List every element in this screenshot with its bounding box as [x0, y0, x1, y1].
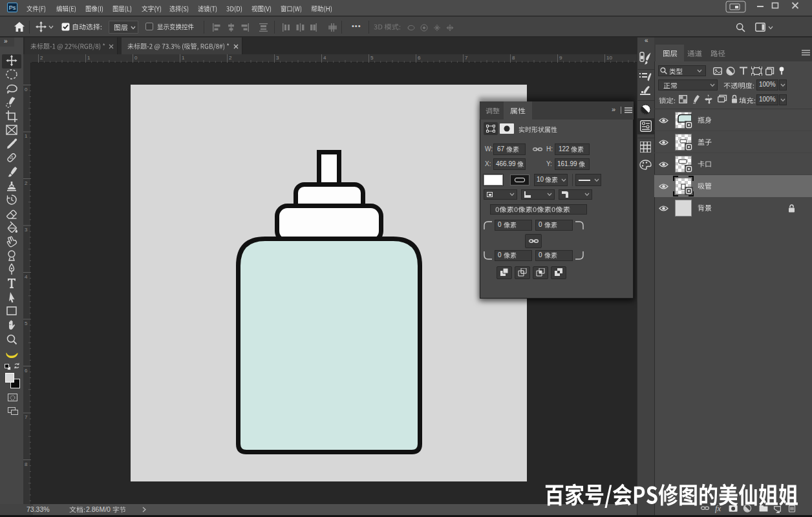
svg-text:Ps: Ps — [9, 5, 16, 11]
